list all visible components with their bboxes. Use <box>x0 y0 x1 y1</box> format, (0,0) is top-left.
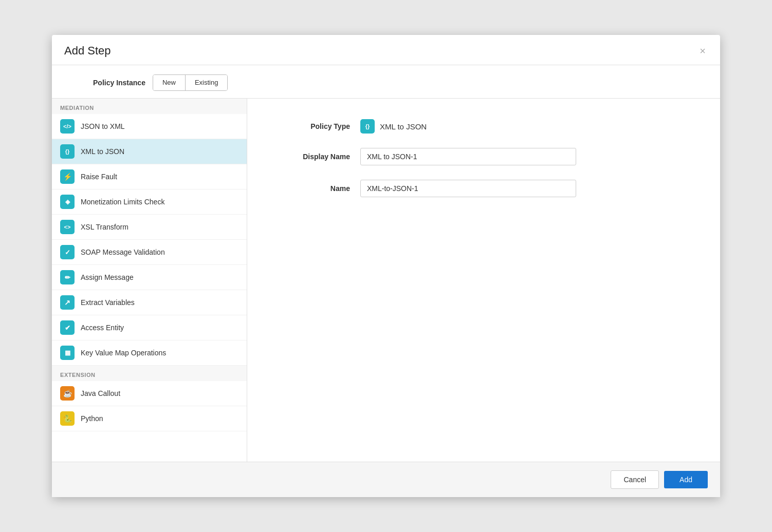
java-callout-icon: ☕ <box>60 386 75 401</box>
monetization-icon: ◈ <box>60 195 75 209</box>
extract-variables-label: Extract Variables <box>81 298 135 307</box>
key-value-map-label: Key Value Map Operations <box>81 349 166 357</box>
policy-type-text: XML to JSON <box>380 122 427 131</box>
dialog-body: MEDIATION </> JSON to XML {} XML to JSON… <box>52 98 720 462</box>
extension-section-header: EXTENSION <box>52 366 247 381</box>
policy-instance-toggle: New Existing <box>153 74 228 91</box>
list-item[interactable]: <> XSL Transform <box>52 215 247 240</box>
extract-variables-icon: ↗ <box>60 295 75 310</box>
add-step-dialog: Add Step × Policy Instance New Existing … <box>52 35 720 497</box>
right-panel: Policy Type {} XML to JSON Display Name … <box>247 99 720 462</box>
dialog-header: Add Step × <box>52 35 720 65</box>
list-item[interactable]: ⚡ Raise Fault <box>52 164 247 189</box>
name-row: Name <box>278 180 689 197</box>
assign-message-label: Assign Message <box>81 273 134 281</box>
mediation-section-header: MEDIATION <box>52 99 247 114</box>
list-item[interactable]: ↗ Extract Variables <box>52 290 247 315</box>
assign-message-icon: ✏ <box>60 270 75 284</box>
list-item[interactable]: 🐍 Python <box>52 406 247 431</box>
list-item[interactable]: </> JSON to XML <box>52 114 247 139</box>
list-item[interactable]: ✏ Assign Message <box>52 265 247 290</box>
list-item[interactable]: ▦ Key Value Map Operations <box>52 340 247 366</box>
name-input[interactable] <box>360 180 576 197</box>
list-item[interactable]: ☕ Java Callout <box>52 381 247 406</box>
name-label: Name <box>278 184 350 193</box>
left-panel: MEDIATION </> JSON to XML {} XML to JSON… <box>52 99 247 462</box>
raise-fault-label: Raise Fault <box>81 173 117 181</box>
cancel-button[interactable]: Cancel <box>611 470 659 489</box>
list-item[interactable]: ◈ Monetization Limits Check <box>52 189 247 215</box>
xsl-transform-icon: <> <box>60 220 75 234</box>
policy-type-label: Policy Type <box>278 122 350 130</box>
policy-instance-row: Policy Instance New Existing <box>52 65 720 98</box>
list-item[interactable]: {} XML to JSON <box>52 139 247 164</box>
list-item[interactable]: ✔ Access Entity <box>52 315 247 340</box>
dialog-footer: Cancel Add <box>52 462 720 497</box>
display-name-input[interactable] <box>360 148 576 165</box>
add-button[interactable]: Add <box>664 471 708 488</box>
list-item[interactable]: ✓ SOAP Message Validation <box>52 240 247 265</box>
close-button[interactable]: × <box>697 46 708 56</box>
policy-type-row: Policy Type {} XML to JSON <box>278 119 689 134</box>
new-toggle-button[interactable]: New <box>153 75 186 90</box>
raise-fault-icon: ⚡ <box>60 169 75 184</box>
key-value-map-icon: ▦ <box>60 346 75 360</box>
java-callout-label: Java Callout <box>81 389 120 397</box>
display-name-row: Display Name <box>278 148 689 165</box>
soap-validation-label: SOAP Message Validation <box>81 248 165 256</box>
access-entity-label: Access Entity <box>81 324 124 332</box>
display-name-label: Display Name <box>278 153 350 161</box>
existing-toggle-button[interactable]: Existing <box>186 75 228 90</box>
soap-validation-icon: ✓ <box>60 245 75 259</box>
access-entity-icon: ✔ <box>60 320 75 335</box>
xsl-transform-label: XSL Transform <box>81 223 128 231</box>
python-label: Python <box>81 414 103 423</box>
policy-type-value: {} XML to JSON <box>360 119 427 134</box>
monetization-label: Monetization Limits Check <box>81 198 164 206</box>
dialog-title: Add Step <box>64 44 111 58</box>
xml-to-json-label: XML to JSON <box>81 147 124 156</box>
json-to-xml-icon: </> <box>60 119 75 134</box>
policy-instance-label: Policy Instance <box>93 79 145 87</box>
python-icon: 🐍 <box>60 411 75 426</box>
policy-type-value-icon: {} <box>360 119 375 134</box>
json-to-xml-label: JSON to XML <box>81 122 125 130</box>
xml-to-json-icon: {} <box>60 144 75 159</box>
